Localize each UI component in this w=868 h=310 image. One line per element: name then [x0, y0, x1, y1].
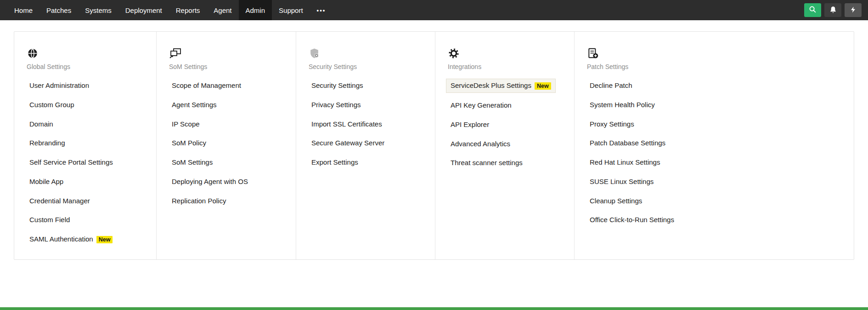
bell-icon: [829, 6, 837, 15]
global-settings-menu: User Administration Custom Group Domain …: [27, 76, 148, 249]
menu-item-label: SAML Authentication: [29, 235, 93, 243]
quick-actions-button[interactable]: [845, 3, 862, 17]
new-badge: New: [535, 82, 551, 90]
menu-item-scope-of-management[interactable]: Scope of Management: [169, 76, 287, 95]
menu-item-self-service-portal-settings[interactable]: Self Service Portal Settings: [27, 153, 148, 172]
menu-item-label: Red Hat Linux Settings: [590, 158, 660, 166]
menu-item-api-explorer[interactable]: API Explorer: [448, 115, 566, 134]
gear-icon: [448, 47, 566, 60]
menu-item-label: Custom Group: [29, 101, 74, 109]
menu-item-label: Export Settings: [311, 158, 358, 166]
menu-item-threat-scanner-settings[interactable]: Threat scanner settings: [448, 153, 566, 172]
menu-item-api-key-generation[interactable]: API Key Generation: [448, 96, 566, 115]
column-integrations: Integrations ServiceDesk Plus SettingsNe…: [435, 32, 575, 259]
menu-item-system-health-policy[interactable]: System Health Policy: [587, 95, 845, 115]
menu-item-label: Domain: [29, 120, 53, 128]
menu-item-deploying-agent-with-os[interactable]: Deploying Agent with OS: [169, 172, 287, 191]
menu-item-label: SoM Policy: [172, 139, 206, 147]
menu-item-cleanup-settings[interactable]: Cleanup Settings: [587, 191, 845, 211]
som-computers-icon: [169, 47, 287, 60]
integrations-menu: ServiceDesk Plus SettingsNew API Key Gen…: [448, 76, 566, 172]
menu-item-label: Patch Database Settings: [590, 139, 665, 147]
menu-item-advanced-analytics[interactable]: Advanced Analytics: [448, 134, 566, 154]
menu-item-label: Threat scanner settings: [451, 159, 523, 166]
menu-item-user-administration[interactable]: User Administration: [27, 76, 148, 95]
menu-item-rebranding[interactable]: Rebranding: [27, 133, 148, 153]
nav-item-home[interactable]: Home: [7, 0, 39, 20]
menu-item-label: Cleanup Settings: [590, 197, 642, 205]
menu-item-suse-linux-settings[interactable]: SUSE Linux Settings: [587, 172, 845, 191]
nav-item-more[interactable]: •••: [310, 0, 333, 20]
menu-item-import-ssl-certificates[interactable]: Import SSL Certificates: [309, 115, 427, 134]
new-badge: New: [96, 236, 113, 243]
security-settings-menu: Security Settings Privacy Settings Impor…: [309, 76, 427, 172]
menu-item-replication-policy[interactable]: Replication Policy: [169, 191, 287, 211]
menu-item-label: Custom Field: [29, 216, 70, 224]
patch-settings-menu: Decline Patch System Health Policy Proxy…: [587, 76, 845, 230]
bottom-accent-bar: [0, 307, 868, 310]
menu-item-label: Self Service Portal Settings: [29, 158, 113, 166]
menu-item-credential-manager[interactable]: Credential Manager: [27, 191, 148, 211]
menu-item-som-policy[interactable]: SoM Policy: [169, 133, 287, 153]
menu-item-label: Mobile App: [29, 178, 63, 185]
column-title: Patch Settings: [587, 63, 845, 70]
column-som-settings: SoM Settings Scope of Management Agent S…: [157, 32, 296, 259]
menu-item-som-settings[interactable]: SoM Settings: [169, 153, 287, 172]
menu-item-patch-database-settings[interactable]: Patch Database Settings: [587, 133, 845, 153]
menu-item-label: Advanced Analytics: [451, 140, 510, 148]
menu-item-mobile-app[interactable]: Mobile App: [27, 172, 148, 191]
menu-item-custom-group[interactable]: Custom Group: [27, 95, 148, 115]
som-settings-menu: Scope of Management Agent Settings IP Sc…: [169, 76, 287, 210]
column-title: Integrations: [448, 63, 566, 70]
menu-item-label: Scope of Management: [172, 81, 241, 89]
menu-item-label: Decline Patch: [590, 81, 632, 89]
menu-item-label: Deploying Agent with OS: [172, 178, 248, 185]
menu-item-label: SUSE Linux Settings: [590, 178, 654, 185]
search-icon: [809, 6, 817, 15]
search-button[interactable]: [804, 3, 821, 17]
admin-settings-page: Global Settings User Administration Cust…: [0, 20, 868, 260]
menu-item-label: Replication Policy: [172, 197, 226, 205]
menu-item-proxy-settings[interactable]: Proxy Settings: [587, 115, 845, 134]
menu-item-label: SoM Settings: [172, 158, 213, 166]
menu-item-domain[interactable]: Domain: [27, 115, 148, 134]
nav-item-deployment[interactable]: Deployment: [118, 0, 169, 20]
menu-item-red-hat-linux-settings[interactable]: Red Hat Linux Settings: [587, 153, 845, 172]
nav-item-patches[interactable]: Patches: [39, 0, 78, 20]
column-security-settings: Security Settings Security Settings Priv…: [296, 32, 435, 259]
menu-item-saml-authentication[interactable]: SAML AuthenticationNew: [27, 230, 148, 249]
nav-item-systems[interactable]: Systems: [78, 0, 118, 20]
nav-item-reports[interactable]: Reports: [169, 0, 207, 20]
column-title: Global Settings: [27, 63, 148, 70]
column-title: Security Settings: [309, 63, 427, 70]
globe-icon: [27, 47, 148, 60]
menu-item-label: ServiceDesk Plus Settings: [451, 81, 531, 89]
menu-item-office-click-to-run-settings[interactable]: Office Click-to-Run Settings: [587, 210, 845, 230]
menu-item-ip-scope[interactable]: IP Scope: [169, 115, 287, 134]
menu-item-secure-gateway-server[interactable]: Secure Gateway Server: [309, 133, 427, 153]
menu-item-export-settings[interactable]: Export Settings: [309, 153, 427, 172]
menu-item-label: API Explorer: [451, 121, 489, 128]
column-global-settings: Global Settings User Administration Cust…: [14, 32, 157, 259]
menu-item-privacy-settings[interactable]: Privacy Settings: [309, 95, 427, 115]
menu-item-label: Rebranding: [29, 139, 65, 147]
menu-item-label: Privacy Settings: [311, 101, 361, 109]
menu-item-decline-patch[interactable]: Decline Patch: [587, 76, 845, 95]
menu-item-label: Security Settings: [311, 81, 363, 89]
column-title: SoM Settings: [169, 63, 287, 70]
nav-item-admin[interactable]: Admin: [239, 0, 272, 20]
top-navigation-bar: Home Patches Systems Deployment Reports …: [0, 0, 868, 20]
menu-item-label: Office Click-to-Run Settings: [590, 216, 674, 224]
nav-item-support[interactable]: Support: [272, 0, 310, 20]
menu-item-servicedesk-plus-settings[interactable]: ServiceDesk Plus SettingsNew: [448, 76, 566, 96]
nav-item-agent[interactable]: Agent: [207, 0, 238, 20]
menu-item-security-settings[interactable]: Security Settings: [309, 76, 427, 95]
menu-item-custom-field[interactable]: Custom Field: [27, 210, 148, 230]
admin-settings-card: Global Settings User Administration Cust…: [14, 31, 854, 260]
menu-item-label: System Health Policy: [590, 101, 655, 109]
notifications-button[interactable]: [824, 3, 841, 17]
menu-item-label: IP Scope: [172, 120, 200, 128]
column-patch-settings: Patch Settings Decline Patch System Heal…: [575, 32, 854, 259]
patch-document-icon: [587, 47, 845, 60]
menu-item-agent-settings[interactable]: Agent Settings: [169, 95, 287, 115]
